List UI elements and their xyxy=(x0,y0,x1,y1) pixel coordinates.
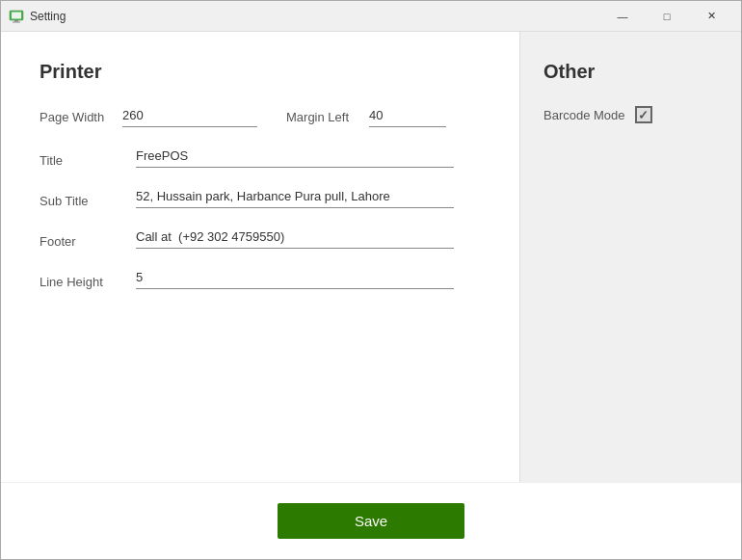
title-input[interactable] xyxy=(136,147,454,168)
page-width-group: Page Width xyxy=(40,106,257,127)
page-width-label: Page Width xyxy=(40,110,117,124)
margin-left-input[interactable] xyxy=(369,106,446,127)
content-area: Printer Page Width Margin Left Title S xyxy=(1,32,741,482)
line-height-row: Line Height xyxy=(40,268,481,289)
line-height-input[interactable] xyxy=(136,268,454,289)
page-width-input[interactable] xyxy=(122,106,257,127)
printer-section: Printer Page Width Margin Left Title S xyxy=(1,32,519,482)
barcode-mode-checkbox[interactable] xyxy=(635,106,652,123)
svg-rect-2 xyxy=(14,20,18,22)
footer-label: Footer xyxy=(40,234,126,249)
svg-rect-3 xyxy=(13,21,20,22)
subtitle-label: Sub Title xyxy=(40,194,126,208)
barcode-mode-row: Barcode Mode xyxy=(543,106,718,123)
svg-rect-1 xyxy=(12,12,21,18)
barcode-mode-label: Barcode Mode xyxy=(543,108,625,122)
footer-row: Footer xyxy=(40,227,481,249)
footer-area: Save xyxy=(1,482,741,559)
subtitle-input[interactable] xyxy=(136,187,454,208)
page-width-margin-row: Page Width Margin Left xyxy=(40,106,481,127)
main-window: Setting — □ ✕ Printer Page Width Margin … xyxy=(0,0,742,560)
window-controls: — □ ✕ xyxy=(600,1,733,32)
minimize-button[interactable]: — xyxy=(600,1,645,32)
other-section-title: Other xyxy=(543,61,718,83)
maximize-button[interactable]: □ xyxy=(645,1,689,32)
footer-input[interactable] xyxy=(136,227,454,249)
title-bar: Setting — □ ✕ xyxy=(1,1,741,32)
printer-section-title: Printer xyxy=(40,61,481,83)
close-button[interactable]: ✕ xyxy=(689,1,733,32)
monitor-icon xyxy=(9,9,24,24)
line-height-label: Line Height xyxy=(40,275,126,289)
title-label: Title xyxy=(40,153,126,168)
title-row: Title xyxy=(40,147,481,168)
subtitle-row: Sub Title xyxy=(40,187,481,208)
window-title: Setting xyxy=(30,10,600,23)
margin-left-label: Margin Left xyxy=(286,110,363,124)
margin-left-group: Margin Left xyxy=(286,106,446,127)
save-button[interactable]: Save xyxy=(278,503,464,539)
other-section: Other Barcode Mode xyxy=(519,32,741,482)
